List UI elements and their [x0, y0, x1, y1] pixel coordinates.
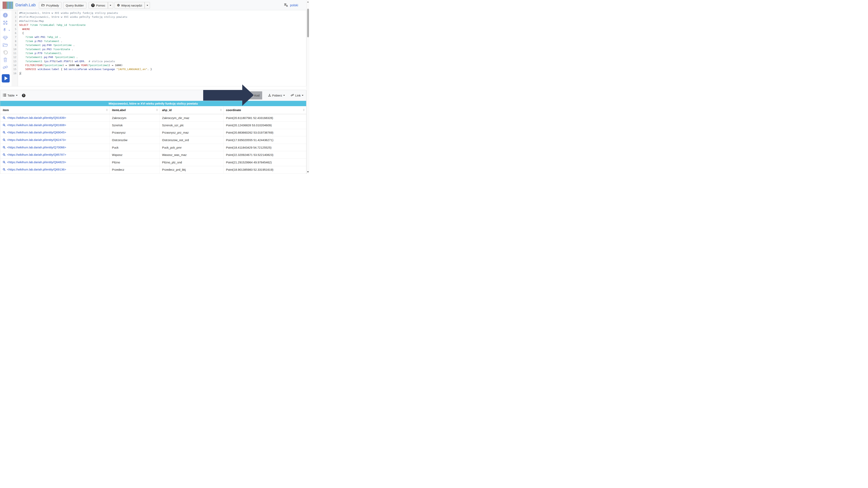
restore-query-button[interactable] [3, 50, 8, 55]
download-dropdown[interactable]: Pobierz [268, 94, 285, 97]
table-row: <https://wikihum.lab.dariah.pl/entity/Q7… [0, 144, 306, 151]
editor-line-number-gutter: 12345678910111213141516 [11, 10, 18, 86]
line-number: 15 [11, 68, 18, 72]
line-number: 7 [11, 35, 18, 39]
download-label: Pobierz [272, 94, 282, 97]
table-row: <https://wikihum.lab.dariah.pl/entity/Q8… [0, 151, 306, 159]
chevron-down-icon [283, 95, 285, 96]
column-header-ahp-id[interactable]: ahp_id [159, 106, 223, 114]
coordinate-cell: Point(18.901385983 52.331951619) [223, 166, 306, 174]
entity-link[interactable]: <https://wikihum.lab.dariah.pl/entity/Q7… [7, 146, 66, 149]
link-dropdown[interactable]: Link [291, 94, 303, 97]
code-line[interactable]: SELECT ?item ?itemLabel ?ahp_id ?coordin… [19, 24, 304, 27]
chevron-down-icon [302, 95, 303, 96]
page-scrollbar[interactable] [306, 0, 309, 174]
link-icon [3, 65, 8, 70]
trash-icon [3, 57, 8, 62]
explore-item-button[interactable] [3, 153, 5, 157]
explore-item-button[interactable] [3, 161, 5, 164]
entity-link[interactable]: <https://wikihum.lab.dariah.pl/entity/Q8… [7, 153, 66, 156]
entity-link[interactable]: <https://wikihum.lab.dariah.pl/entity/Q8… [7, 123, 66, 127]
explore-item-button[interactable] [3, 124, 5, 127]
search-icon [3, 124, 5, 126]
code-line[interactable]: ?statement ps:P63 ?coordinate . [19, 48, 304, 52]
code-line[interactable]: #Miejscowości, które w XVI wieku pełniły… [19, 11, 304, 16]
scrollbar-thumb[interactable] [307, 9, 309, 37]
format-query-button[interactable] [3, 35, 8, 40]
ahp-id-cell: Wasosz_was_maz [159, 151, 223, 159]
ahp-id-cell: Puck_pck_pmr [159, 144, 223, 151]
entity-link[interactable]: <https://wikihum.lab.dariah.pl/entity/Q6… [7, 160, 66, 164]
table-row: <https://wikihum.lab.dariah.pl/entity/Q9… [0, 114, 306, 122]
code-line[interactable]: ?statement1 pq:P40 ?pointintime1 . [19, 56, 304, 60]
clear-query-button[interactable] [3, 57, 8, 62]
entity-link[interactable]: <https://wikihum.lab.dariah.pl/entity/Q6… [7, 168, 66, 171]
entity-link[interactable]: <https://wikihum.lab.dariah.pl/entity/Q6… [7, 138, 66, 142]
explore-item-button[interactable] [3, 146, 5, 149]
results-toolbar: Table ? </> Kod Pobierz [0, 90, 306, 101]
run-query-button[interactable] [2, 74, 10, 83]
sort-icon[interactable] [156, 109, 158, 111]
item-cell: <https://wikihum.lab.dariah.pl/entity/Q9… [0, 114, 109, 122]
code-line[interactable]: ?statement1 (ps:P79/(wdt:P56*)) wd:Q99. … [19, 60, 304, 64]
code-line[interactable]: ?item wdt:P81 ?ahp_id . [19, 35, 304, 39]
view-selector-dropdown[interactable]: Table [3, 94, 18, 97]
open-query-button[interactable] [3, 42, 8, 48]
code-line[interactable]: ?item p:P79 ?statement1. [19, 52, 304, 56]
link-icon [291, 94, 294, 97]
history-icon [3, 50, 8, 55]
short-url-button[interactable] [3, 65, 8, 70]
help-label: Pomoc [96, 4, 105, 7]
help-dropdown-toggle[interactable] [108, 2, 113, 9]
sort-icon[interactable] [106, 109, 108, 111]
code-line[interactable]: ?item p:P63 ?statement . [19, 40, 304, 43]
code-button-label: Kod [254, 94, 259, 97]
column-header-coordinate[interactable]: coordinate [223, 106, 306, 114]
explore-item-button[interactable] [3, 131, 5, 134]
explore-item-button[interactable] [3, 168, 5, 172]
line-number: 13 [11, 60, 18, 64]
line-number: 6 [11, 32, 18, 35]
line-number: 10 [11, 48, 18, 52]
sort-icon[interactable] [220, 109, 222, 111]
examples-button[interactable]: Przykłady [39, 2, 62, 9]
code-line[interactable]: #defaultView:Map [19, 20, 304, 24]
code-line[interactable]: WHERE [19, 28, 304, 32]
help-button[interactable]: ? Pomoc [89, 2, 108, 9]
translate-icon: A [284, 3, 288, 8]
language-selector[interactable]: A polski [284, 3, 298, 8]
entity-link[interactable]: <https://wikihum.lab.dariah.pl/entity/Q9… [7, 116, 66, 119]
sparql-code-editor[interactable]: #Miejscowości, które w XVI wieku pełniły… [19, 11, 304, 76]
code-line[interactable]: #title:Miejscowości, które w XVI wieku p… [19, 16, 304, 19]
code-line[interactable]: } [19, 72, 304, 76]
explore-item-button[interactable] [3, 139, 5, 142]
line-number: 9 [11, 43, 18, 48]
entity-link[interactable]: <https://wikihum.lab.dariah.pl/entity/Q6… [7, 131, 66, 134]
language-label[interactable]: polski [290, 4, 298, 7]
pin-query-button[interactable] [3, 28, 8, 33]
app-header: Dariah.Lab Przykłady Query Builder ? Pom… [0, 0, 306, 10]
folder-open-icon [3, 42, 8, 48]
item-label-cell: Szreńsk [109, 122, 159, 129]
ahp-id-cell: Przedecz_prd_bkj [159, 166, 223, 174]
scroll-up-arrow-icon[interactable] [307, 1, 309, 3]
query-builder-label: Query Builder [66, 4, 84, 7]
info-button[interactable]: i [3, 12, 8, 18]
explore-item-button[interactable] [3, 116, 5, 120]
code-line[interactable]: { [19, 32, 304, 35]
chevron-down-icon [16, 95, 18, 96]
link-label: Link [295, 94, 301, 97]
more-tools-dropdown-toggle[interactable] [145, 2, 150, 9]
column-header-itemlabel[interactable]: itemLabel [109, 106, 159, 114]
fullscreen-button[interactable] [3, 20, 8, 25]
more-tools-button[interactable]: ⚙ Więcej narzędzi [115, 2, 145, 9]
results-help-button[interactable]: ? [22, 94, 26, 97]
column-header-item[interactable]: item [0, 106, 109, 114]
query-builder-button[interactable]: Query Builder [63, 2, 86, 9]
ahp-id-cell: Pilzno_plz_snd [159, 159, 223, 166]
scroll-down-arrow-icon[interactable] [307, 171, 309, 173]
code-line[interactable]: SERVICE wikibase:label { bd:serviceParam… [19, 68, 304, 72]
code-line[interactable]: FILTER(YEAR(?pointintime) = 1600 && YEAR… [19, 64, 304, 68]
code-line[interactable]: ?statement pq:P40 ?pointintime . [19, 43, 304, 48]
sort-icon[interactable] [303, 109, 305, 111]
